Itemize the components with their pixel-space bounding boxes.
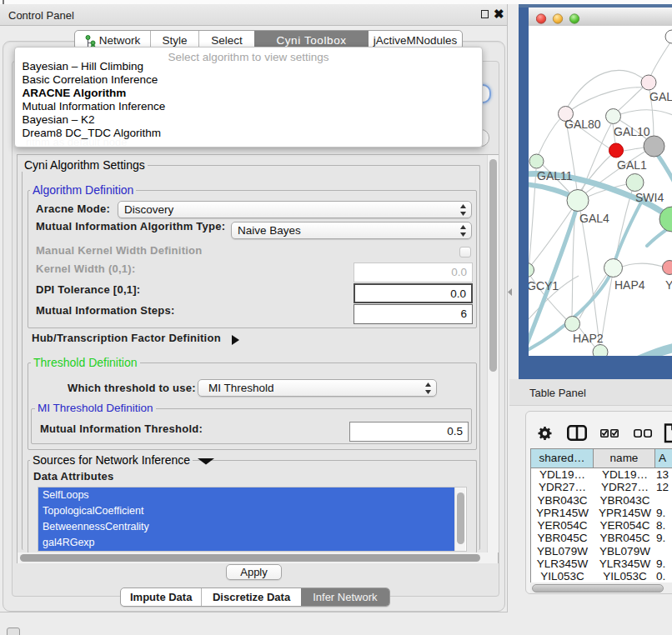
svg-text:GAL7: GAL7 [649, 90, 672, 103]
svg-text:GAL80: GAL80 [564, 118, 601, 131]
svg-text:GAL11: GAL11 [537, 169, 573, 182]
svg-text:GAL1: GAL1 [617, 158, 647, 172]
svg-text:GCY1: GCY1 [529, 279, 559, 292]
svg-text:GAL10: GAL10 [614, 125, 650, 138]
svg-text:YEL: YEL [665, 278, 672, 292]
svg-text:SWI4: SWI4 [635, 191, 664, 204]
svg-text:GAL4: GAL4 [579, 212, 609, 225]
svg-text:HAP2: HAP2 [573, 332, 604, 345]
svg-text:HAP4: HAP4 [614, 278, 645, 292]
